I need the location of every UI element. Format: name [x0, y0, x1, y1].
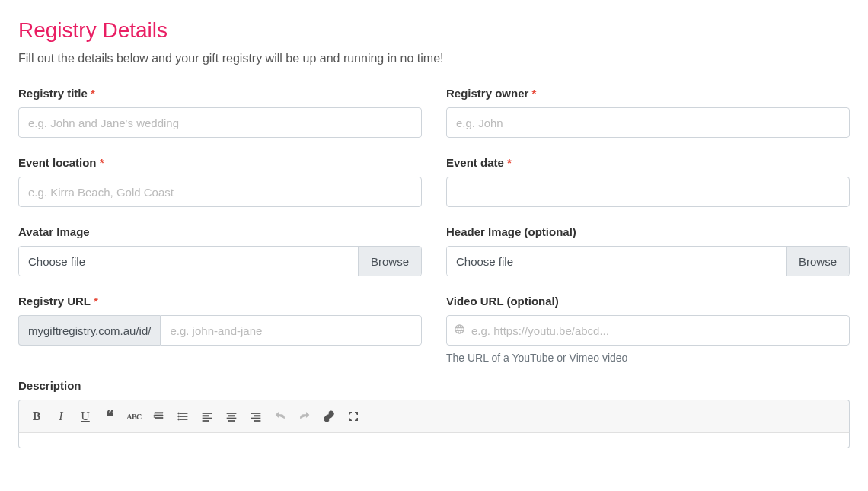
registry-url-prefix: mygiftregistry.com.au/id/ — [18, 315, 160, 346]
description-editor[interactable] — [18, 433, 850, 448]
registry-owner-group: Registry owner * — [446, 87, 850, 138]
header-file-control[interactable]: Choose file Browse — [446, 246, 850, 276]
video-url-help: The URL of a YouTube or Vimeo video — [446, 352, 850, 364]
avatar-image-group: Avatar Image Choose file Browse — [18, 225, 422, 276]
video-url-label: Video URL (optional) — [446, 295, 850, 308]
quote-icon[interactable]: ❝ — [98, 405, 121, 428]
required-marker: * — [100, 156, 104, 169]
required-marker: * — [91, 87, 95, 100]
underline-icon[interactable]: U — [74, 405, 97, 428]
svg-rect-5 — [180, 419, 187, 419]
svg-rect-9 — [203, 420, 209, 421]
svg-point-1 — [178, 416, 180, 417]
svg-rect-8 — [203, 418, 212, 419]
redo-icon[interactable] — [293, 405, 316, 428]
svg-point-0 — [178, 413, 180, 414]
header-browse-button[interactable]: Browse — [786, 247, 849, 276]
svg-rect-13 — [228, 420, 235, 421]
align-left-icon[interactable] — [196, 405, 219, 428]
event-date-label: Event date * — [446, 156, 850, 169]
event-date-group: Event date * — [446, 156, 850, 207]
bold-icon[interactable]: B — [25, 405, 48, 428]
description-label: Description — [18, 379, 850, 392]
svg-rect-16 — [251, 418, 260, 419]
svg-rect-7 — [203, 416, 209, 416]
header-file-placeholder: Choose file — [447, 247, 786, 276]
svg-rect-11 — [228, 416, 235, 416]
avatar-browse-button[interactable]: Browse — [358, 247, 421, 276]
event-date-input[interactable] — [446, 177, 850, 207]
registry-url-label: Registry URL * — [18, 295, 422, 308]
italic-icon[interactable]: I — [49, 405, 72, 428]
svg-rect-3 — [180, 413, 187, 413]
unordered-list-icon[interactable] — [171, 405, 194, 428]
registry-url-group: Registry URL * mygiftregistry.com.au/id/ — [18, 295, 422, 364]
svg-rect-15 — [254, 416, 260, 416]
required-marker: * — [507, 156, 512, 169]
undo-icon[interactable] — [269, 405, 292, 428]
registry-url-input[interactable] — [160, 315, 422, 346]
fullscreen-icon[interactable] — [342, 405, 365, 428]
svg-rect-17 — [254, 420, 260, 421]
header-image-label: Header Image (optional) — [446, 225, 850, 238]
video-url-input[interactable] — [446, 315, 850, 346]
page-subtitle: Fill out the details below and your gift… — [18, 52, 850, 65]
registry-title-label: Registry title * — [18, 87, 422, 100]
editor-toolbar: B I U ❝ ABC — [18, 400, 850, 433]
avatar-image-label: Avatar Image — [18, 225, 422, 238]
required-marker: * — [94, 295, 98, 308]
event-location-label: Event location * — [18, 156, 422, 169]
event-location-group: Event location * — [18, 156, 422, 207]
svg-rect-4 — [180, 416, 187, 416]
strikethrough-icon[interactable]: ABC — [123, 405, 145, 428]
svg-rect-14 — [251, 413, 260, 413]
link-icon[interactable] — [318, 405, 340, 428]
header-image-group: Header Image (optional) Choose file Brow… — [446, 225, 850, 276]
registry-owner-label: Registry owner * — [446, 87, 850, 100]
avatar-file-control[interactable]: Choose file Browse — [18, 246, 422, 276]
svg-point-2 — [178, 419, 180, 420]
page-title: Registry Details — [18, 18, 850, 43]
align-right-icon[interactable] — [244, 405, 267, 428]
avatar-file-placeholder: Choose file — [19, 247, 358, 276]
align-center-icon[interactable] — [220, 405, 243, 428]
svg-rect-12 — [227, 418, 236, 419]
registry-title-input[interactable] — [18, 107, 422, 138]
event-location-input[interactable] — [18, 177, 422, 207]
registry-title-group: Registry title * — [18, 87, 422, 138]
video-url-group: Video URL (optional) The URL of a YouTub… — [446, 295, 850, 364]
ordered-list-icon[interactable] — [147, 405, 170, 428]
registry-owner-input[interactable] — [446, 107, 850, 138]
svg-rect-6 — [203, 413, 212, 413]
required-marker: * — [532, 87, 537, 100]
svg-rect-10 — [227, 413, 236, 413]
